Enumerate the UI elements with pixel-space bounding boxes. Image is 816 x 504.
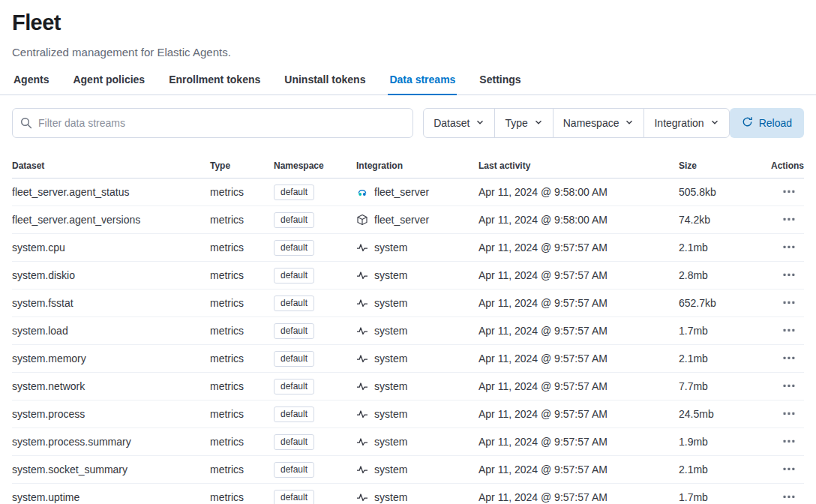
cell-size: 1.7mb — [679, 325, 759, 337]
cell-size: 74.2kb — [679, 214, 759, 226]
row-actions-button[interactable] — [780, 294, 798, 312]
reload-label: Reload — [759, 117, 792, 129]
cell-size: 2.1mb — [679, 352, 759, 364]
cell-namespace: default — [274, 490, 356, 504]
boxes-horizontal-icon — [783, 435, 795, 449]
filter-data-streams-input[interactable] — [12, 108, 413, 138]
cell-dataset: system.memory — [12, 352, 210, 364]
table-row: system.memory metrics default system Apr… — [12, 345, 804, 373]
cell-type: metrics — [210, 214, 274, 226]
cell-type: metrics — [210, 242, 274, 254]
boxes-horizontal-icon — [783, 490, 795, 504]
row-actions-button[interactable] — [780, 405, 798, 423]
filter-bar: Dataset Type Namespace Integration Reloa… — [0, 95, 816, 151]
column-header-actions: Actions — [759, 160, 804, 171]
row-actions-button[interactable] — [780, 211, 798, 229]
cell-actions — [759, 211, 804, 229]
cell-type: metrics — [210, 325, 274, 337]
row-actions-button[interactable] — [780, 322, 798, 340]
boxes-horizontal-icon — [783, 407, 795, 422]
cell-namespace: default — [274, 323, 356, 339]
cell-size: 2.8mb — [679, 269, 759, 281]
namespace-filter-dropdown[interactable]: Namespace — [553, 108, 645, 138]
type-filter-label: Type — [505, 117, 527, 129]
cell-last-activity: Apr 11, 2024 @ 9:57:57 AM — [478, 436, 679, 448]
tab-agents[interactable]: Agents — [12, 66, 50, 95]
row-actions-button[interactable] — [780, 488, 798, 504]
row-actions-button[interactable] — [780, 183, 798, 201]
cell-namespace: default — [274, 268, 356, 284]
row-actions-button[interactable] — [780, 266, 798, 284]
cell-last-activity: Apr 11, 2024 @ 9:57:57 AM — [478, 352, 679, 364]
type-filter-dropdown[interactable]: Type — [494, 108, 553, 138]
boxes-horizontal-icon — [783, 268, 795, 283]
tabs-bar: Agents Agent policies Enrollment tokens … — [0, 66, 816, 95]
search-box — [12, 108, 413, 138]
fleet-page: Fleet Centralized management for Elastic… — [0, 0, 816, 504]
cell-size: 2.1mb — [679, 464, 759, 476]
table-row: system.process.summary metrics default s… — [12, 428, 804, 456]
tab-settings[interactable]: Settings — [478, 66, 522, 95]
table-row: system.network metrics default system Ap… — [12, 373, 804, 400]
integration-label: system — [374, 325, 407, 337]
table-row: system.cpu metrics default system Apr 11… — [12, 234, 804, 262]
reload-button[interactable]: Reload — [730, 108, 804, 138]
tab-uninstall-tokens[interactable]: Uninstall tokens — [283, 66, 367, 95]
namespace-badge: default — [274, 268, 314, 284]
cell-last-activity: Apr 11, 2024 @ 9:57:57 AM — [478, 269, 679, 281]
cell-integration: system — [356, 464, 478, 476]
integration-label: fleet_server — [374, 186, 429, 198]
namespace-badge: default — [274, 296, 314, 311]
system-icon — [356, 464, 368, 476]
cell-namespace: default — [274, 462, 356, 478]
cell-size: 7.7mb — [679, 380, 759, 392]
chevron-down-icon — [476, 117, 484, 129]
integration-filter-label: Integration — [654, 117, 704, 129]
cell-last-activity: Apr 11, 2024 @ 9:57:57 AM — [478, 408, 679, 420]
cell-integration: system — [356, 297, 478, 309]
tab-data-streams[interactable]: Data streams — [388, 66, 457, 95]
column-header-integration: Integration — [356, 160, 478, 171]
cell-namespace: default — [274, 212, 356, 228]
cell-integration: fleet_server — [356, 214, 478, 226]
cell-dataset: system.uptime — [12, 491, 210, 503]
table-row: fleet_server.agent_status metrics defaul… — [12, 178, 804, 206]
tab-agent-policies[interactable]: Agent policies — [71, 66, 146, 95]
cell-type: metrics — [210, 352, 274, 364]
row-actions-button[interactable] — [780, 433, 798, 451]
cell-dataset: system.load — [12, 325, 210, 337]
boxes-horizontal-icon — [783, 213, 795, 227]
cell-dataset: system.process — [12, 408, 210, 420]
system-icon — [356, 297, 368, 309]
cell-last-activity: Apr 11, 2024 @ 9:57:57 AM — [478, 297, 679, 309]
integration-filter-dropdown[interactable]: Integration — [644, 108, 729, 138]
row-actions-button[interactable] — [780, 460, 798, 478]
boxes-horizontal-icon — [783, 185, 795, 200]
chevron-down-icon — [534, 117, 543, 129]
boxes-horizontal-icon — [783, 463, 795, 477]
tab-enrollment-tokens[interactable]: Enrollment tokens — [167, 66, 262, 95]
table-row: system.socket_summary metrics default sy… — [12, 456, 804, 484]
namespace-badge: default — [274, 351, 314, 367]
cell-last-activity: Apr 11, 2024 @ 9:57:57 AM — [478, 325, 679, 337]
cell-namespace: default — [274, 296, 356, 311]
table-row: system.diskio metrics default system Apr… — [12, 262, 804, 290]
page-header: Fleet Centralized management for Elastic… — [0, 0, 816, 58]
row-actions-button[interactable] — [780, 350, 798, 368]
column-header-last-activity: Last activity — [478, 160, 679, 171]
row-actions-button[interactable] — [780, 238, 798, 256]
cell-actions — [759, 488, 804, 504]
page-subtitle: Centralized management for Elastic Agent… — [12, 46, 804, 58]
system-icon — [356, 352, 368, 364]
cell-actions — [759, 350, 804, 368]
system-icon — [356, 436, 368, 448]
cell-namespace: default — [274, 406, 356, 422]
cell-actions — [759, 377, 804, 395]
cell-actions — [759, 238, 804, 256]
integration-label: system — [374, 408, 407, 420]
row-actions-button[interactable] — [780, 377, 798, 395]
cell-actions — [759, 433, 804, 451]
cell-type: metrics — [210, 464, 274, 476]
cell-dataset: system.process.summary — [12, 436, 210, 448]
dataset-filter-dropdown[interactable]: Dataset — [423, 108, 495, 138]
